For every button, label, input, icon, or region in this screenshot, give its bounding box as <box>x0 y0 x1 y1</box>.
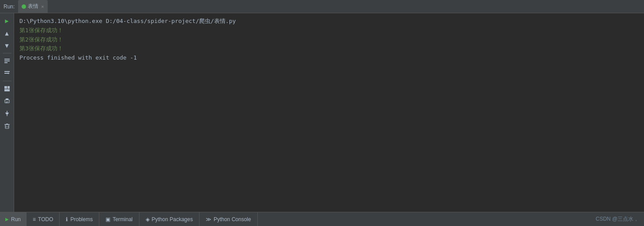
svg-rect-4 <box>4 73 8 74</box>
top-tab-bar: Run: 表情 × <box>0 0 644 13</box>
tab-close-icon[interactable]: × <box>41 4 44 9</box>
output-line: 第2张保存成功！ <box>19 35 639 45</box>
scroll-up-button[interactable]: ▲ <box>1 27 13 39</box>
run-button[interactable]: ▶ Run <box>0 212 26 226</box>
bottom-tab-python-packages[interactable]: ◈Python Packages <box>139 212 200 226</box>
svg-rect-15 <box>5 124 9 128</box>
main-area: ▶ ▲ ▼ <box>0 13 644 212</box>
bottom-tab-python-console[interactable]: ≫Python Console <box>200 212 258 226</box>
output-line: Process finished with exit code -1 <box>19 53 639 63</box>
svg-rect-12 <box>6 102 8 103</box>
step-button[interactable] <box>1 68 13 79</box>
run-button-label: Run <box>11 216 21 222</box>
svg-rect-3 <box>4 71 10 72</box>
tab-icon: ≫ <box>206 216 211 222</box>
svg-rect-2 <box>4 62 8 63</box>
rerun-button[interactable] <box>1 55 13 67</box>
bottom-tab-todo[interactable]: ≡TODO <box>26 212 60 226</box>
output-line: 第3张保存成功！ <box>19 44 639 53</box>
svg-rect-17 <box>6 124 8 124</box>
svg-rect-6 <box>4 86 7 89</box>
output-line: 第1张保存成功！ <box>19 26 639 35</box>
tab-label: 表情 <box>28 3 38 10</box>
svg-rect-7 <box>8 86 10 89</box>
svg-rect-0 <box>4 59 10 60</box>
output-line: D:\Python3.10\python.exe D:/04-class/spi… <box>19 17 639 26</box>
run-tab[interactable]: 表情 × <box>18 0 47 13</box>
tab-dot-icon <box>22 4 26 9</box>
scroll-down-button[interactable]: ▼ <box>1 40 13 51</box>
tab-label: Terminal <box>113 216 132 222</box>
pin-button[interactable] <box>1 108 13 119</box>
toolbar-divider-1 <box>3 53 11 53</box>
bottom-tab-problems[interactable]: ℹProblems <box>60 212 99 226</box>
output-area: D:\Python3.10\python.exe D:/04-class/spi… <box>14 13 644 212</box>
toolbar-divider-2 <box>3 81 11 81</box>
play-button[interactable]: ▶ <box>1 15 13 26</box>
svg-rect-9 <box>5 100 9 103</box>
svg-marker-14 <box>5 113 9 114</box>
tab-label: Python Packages <box>152 216 193 222</box>
left-toolbar: ▶ ▲ ▼ <box>0 13 14 212</box>
tab-label: Python Console <box>214 216 251 222</box>
svg-rect-1 <box>4 60 10 61</box>
tab-icon: ▣ <box>105 216 110 222</box>
bottom-tab-terminal[interactable]: ▣Terminal <box>99 212 139 226</box>
bottom-bar: ▶ Run ≡TODOℹProblems▣Terminal◈Python Pac… <box>0 212 644 226</box>
layout-button[interactable] <box>1 83 13 94</box>
tab-icon: ≡ <box>33 216 36 222</box>
run-label: Run: <box>4 4 15 10</box>
print-button[interactable] <box>1 95 13 107</box>
tab-icon: ◈ <box>146 216 150 222</box>
watermark: CSDN @三点水， <box>590 215 644 223</box>
tab-label: TODO <box>38 216 53 222</box>
tab-icon: ℹ <box>66 216 68 222</box>
svg-marker-5 <box>8 72 10 74</box>
run-play-icon: ▶ <box>5 217 9 222</box>
delete-button[interactable] <box>1 120 13 132</box>
svg-rect-10 <box>6 98 8 100</box>
bottom-tabs: ≡TODOℹProblems▣Terminal◈Python Packages≫… <box>26 212 590 226</box>
svg-rect-11 <box>6 102 8 102</box>
svg-rect-8 <box>4 89 10 91</box>
tab-label: Problems <box>70 216 93 222</box>
